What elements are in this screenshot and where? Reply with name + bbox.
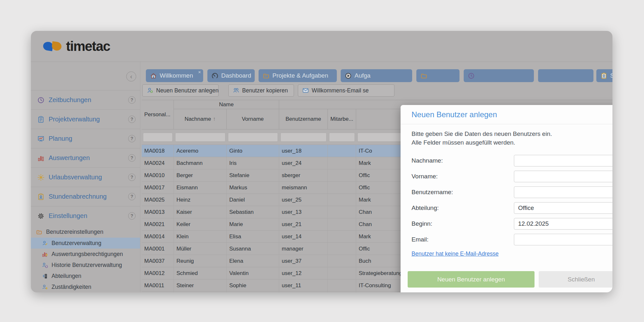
sidebar-item-label: Planung <box>49 135 124 142</box>
cell-vorname: Markus <box>227 182 279 194</box>
sidebar-item-auswertungsberechtigungen[interactable]: Auswertungsberechtigungen <box>31 249 140 260</box>
new-user-button[interactable]: Neuen Benutzer anlegen <box>142 84 219 97</box>
cell-vorname: Sebastian <box>227 206 279 218</box>
help-icon[interactable]: ? <box>128 116 136 123</box>
sidebar-section-benutzereinstellungen[interactable]: Benutzereinstellungen <box>31 226 140 238</box>
sidebar-item-label: Projektverwaltung <box>49 116 124 123</box>
abteilung-select[interactable]: Office <box>514 202 612 214</box>
vorname-field[interactable] <box>514 171 612 182</box>
help-icon[interactable]: ? <box>128 212 136 220</box>
user-edit-icon <box>42 240 49 247</box>
sidebar-collapse-button[interactable]: ‹ <box>126 71 136 81</box>
copy-user-button[interactable]: Benutzer kopieren <box>228 84 294 97</box>
chevron-left-icon: ‹ <box>130 72 132 80</box>
column-header-vorname[interactable]: Vorname <box>227 109 279 129</box>
no-email-link[interactable]: Benutzer hat keine E-Mail-Adresse <box>412 251 498 257</box>
field-label-email: Email: <box>412 236 514 243</box>
new-user-modal: Neuen Benutzer anlegen Bitte geben Sie d… <box>401 105 612 292</box>
modal-close-button[interactable]: Schließen <box>539 271 612 288</box>
sidebar-item-auswertungen[interactable]: Auswertungen ? <box>31 148 140 167</box>
tab-stundenabrechnung[interactable]: S <box>596 69 612 82</box>
tab-hidden-2[interactable] <box>464 69 534 82</box>
sort-asc-icon: ↑ <box>213 116 216 122</box>
button-label: Neuen Benutzer anlegen <box>156 87 219 94</box>
help-icon[interactable]: ? <box>128 193 136 200</box>
cell-benutzername: user_12 <box>279 267 328 279</box>
cell-benutzername: user_37 <box>279 255 328 267</box>
cell-personalnr: MA0018 <box>142 145 174 157</box>
folder-icon <box>421 72 427 79</box>
cell-nachname: Berger <box>174 169 227 181</box>
field-label-abteilung: Abteilung: <box>412 204 514 212</box>
cell-nachname: Heinz <box>174 194 227 206</box>
clock-icon <box>468 72 475 79</box>
play-icon <box>345 72 352 79</box>
filter-input[interactable] <box>329 133 355 142</box>
sidebar-item-label: Auswertungsberechtigungen <box>52 251 123 258</box>
cell-vorname: Stefanie <box>227 169 279 181</box>
cell-nachname: Steiner <box>174 279 227 291</box>
filter-input[interactable] <box>228 133 278 142</box>
tab-aufgaben[interactable]: Aufga <box>341 69 412 82</box>
tab-bar: Willkommen × Dashboard Projekte & Aufgab… <box>140 69 612 82</box>
cell-vorname: Daniel <box>227 194 279 206</box>
nachname-field[interactable] <box>514 155 612 166</box>
cell-mitarbeiter <box>328 157 356 169</box>
field-label-beginn: Beginn: <box>412 220 514 227</box>
create-user-submit-button[interactable]: Neuen Benutzer anlegen <box>408 271 535 288</box>
sidebar-item-projektverwaltung[interactable]: Projektverwaltung ? <box>31 109 140 129</box>
sidebar-item-zustaendigkeiten[interactable]: Zuständigkeiten <box>31 281 140 292</box>
sidebar-item-urlaubsverwaltung[interactable]: Urlaubsverwaltung ? <box>31 167 140 187</box>
help-icon[interactable]: ? <box>128 135 136 142</box>
close-icon[interactable]: × <box>198 70 201 74</box>
email-field[interactable] <box>514 234 612 245</box>
sidebar-item-benutzerverwaltung[interactable]: Benutzerverwaltung <box>31 238 140 249</box>
help-icon[interactable]: ? <box>128 96 136 104</box>
column-header-personalnr[interactable]: Personal... <box>142 100 174 129</box>
column-header-mitarbeiter[interactable]: Mitarbe... <box>328 109 356 129</box>
help-icon[interactable]: ? <box>128 154 136 162</box>
user-plus-icon <box>147 87 153 94</box>
sidebar-item-stundenabrechnung[interactable]: Stundenabrechnung ? <box>31 187 140 206</box>
column-header-nachname[interactable]: Nachname ↑ <box>174 109 227 129</box>
cell-personalnr: MA0012 <box>142 267 174 279</box>
app-header: timetac <box>31 31 612 62</box>
tab-willkommen[interactable]: Willkommen × <box>146 69 203 82</box>
filter-input[interactable] <box>143 133 173 142</box>
timesheet-person-icon <box>601 72 607 79</box>
cell-benutzername: manager <box>279 243 328 255</box>
tab-dashboard[interactable]: Dashboard <box>207 69 255 82</box>
cell-personalnr: MA0024 <box>142 157 174 169</box>
filter-input[interactable] <box>175 133 225 142</box>
sidebar-item-planung[interactable]: Planung ? <box>31 129 140 148</box>
cell-mitarbeiter <box>328 243 356 255</box>
cell-vorname <box>227 292 279 292</box>
welcome-email-button[interactable]: Willkommens-Email se <box>298 84 394 97</box>
benutzername-field[interactable] <box>514 186 612 198</box>
logo-text: timetac <box>66 39 110 54</box>
column-header-benutzername[interactable]: Benutzername <box>279 109 328 129</box>
sidebar-item-abteilungen[interactable]: Abteilungen <box>31 270 140 281</box>
cell-mitarbeiter <box>328 231 356 242</box>
sidebar-item-zeitbuchungen[interactable]: Zeitbuchungen ? <box>31 90 140 109</box>
cell-personalnr: MA0011 <box>142 279 174 291</box>
cell-vorname: Elena <box>227 255 279 267</box>
cell-nachname: Aceremo <box>174 145 227 157</box>
cell-vorname: Sophie <box>227 279 279 291</box>
tab-projekte-aufgaben[interactable]: Projekte & Aufgaben <box>259 69 337 82</box>
sidebar-item-einstellungen[interactable]: Einstellungen ? <box>31 206 140 225</box>
tab-label: Aufga <box>355 72 371 79</box>
tab-label: Willkommen <box>160 72 193 79</box>
field-label-nachname: Nachname: <box>412 157 514 164</box>
cell-mitarbeiter <box>328 267 356 279</box>
tab-hidden-1[interactable] <box>416 69 459 82</box>
sidebar-item-historie-benutzerverwaltung[interactable]: Historie Benutzerverwaltung <box>31 260 140 270</box>
column-label: Benutzername <box>286 116 321 122</box>
tab-hidden-3[interactable] <box>538 69 593 82</box>
bar-chart-icon <box>37 155 44 162</box>
timetac-logo-icon <box>43 42 62 51</box>
beginn-date-field[interactable]: 12.02.2025 <box>514 218 612 230</box>
modal-title: Neuen Benutzer anlegen <box>412 110 612 119</box>
help-icon[interactable]: ? <box>128 174 136 181</box>
filter-input[interactable] <box>280 133 327 142</box>
